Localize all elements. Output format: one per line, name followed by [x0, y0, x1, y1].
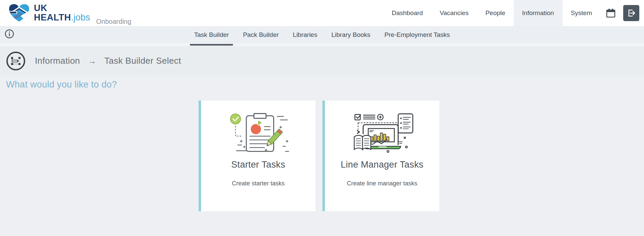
line-manager-tasks-illustration: [347, 112, 417, 155]
breadcrumb-section[interactable]: Information: [35, 56, 80, 66]
choice-cards: Starter Tasks Create starter tasks: [199, 101, 644, 211]
tab-library-books[interactable]: Library Books: [324, 26, 377, 43]
brand-wordmark: UK HEALTH .jobs: [34, 4, 90, 22]
tab-task-builder[interactable]: Task Builder: [187, 26, 236, 43]
info-button[interactable]: [5, 29, 14, 40]
starter-tasks-card[interactable]: Starter Tasks Create starter tasks: [199, 101, 315, 211]
nav-item-system[interactable]: System: [562, 0, 600, 26]
nav-item-dashboard[interactable]: Dashboard: [383, 0, 431, 26]
tab-pack-builder[interactable]: Pack Builder: [236, 26, 286, 43]
logo-health-text: HEALTH: [34, 13, 71, 22]
line-manager-tasks-subtitle: Create line manager tasks: [325, 180, 439, 187]
nav-item-people[interactable]: People: [477, 0, 513, 26]
tab-pre-employment-tasks[interactable]: Pre-Employment Tasks: [378, 26, 457, 43]
starter-tasks-illustration: [223, 112, 294, 155]
starter-tasks-title: Starter Tasks: [201, 160, 315, 170]
main-content: What would you like to do?: [0, 75, 644, 211]
page-question: What would you like to do?: [6, 79, 644, 90]
info-icon: [5, 29, 14, 39]
line-manager-tasks-title: Line Manager Tasks: [325, 160, 439, 170]
tab-libraries[interactable]: Libraries: [286, 26, 325, 43]
line-manager-tasks-card[interactable]: Line Manager Tasks Create line manager t…: [323, 101, 439, 211]
brand-logo[interactable]: UK HEALTH .jobs Onboarding: [0, 0, 131, 26]
breadcrumb-band: Information → Task Builder Select: [0, 46, 644, 75]
calendar-button[interactable]: [600, 0, 621, 26]
breadcrumb: Information → Task Builder Select: [35, 56, 181, 66]
app-header: UK HEALTH .jobs Onboarding Dashboard Vac…: [0, 0, 644, 26]
starter-tasks-subtitle: Create starter tasks: [201, 180, 315, 187]
calendar-icon: [606, 8, 616, 18]
breadcrumb-page: Task Builder Select: [104, 56, 181, 66]
nav-item-information[interactable]: Information: [514, 0, 562, 26]
logout-button[interactable]: [623, 5, 639, 21]
product-name-onboarding: Onboarding: [96, 18, 132, 25]
logout-icon: [627, 9, 636, 17]
logo-uk-text: UK: [34, 4, 90, 13]
section-tabs-bar: Task Builder Pack Builder Libraries Libr…: [0, 26, 644, 46]
main-navigation: Dashboard Vacancies People Information S…: [383, 0, 644, 26]
task-builder-icon: [6, 51, 26, 71]
nav-item-vacancies[interactable]: Vacancies: [431, 0, 477, 26]
section-tabs: Task Builder Pack Builder Libraries Libr…: [187, 26, 457, 43]
logo-jobs-text: .jobs: [71, 13, 90, 22]
uk-health-heart-logo-icon: [8, 4, 30, 22]
breadcrumb-arrow-icon: →: [88, 56, 96, 66]
